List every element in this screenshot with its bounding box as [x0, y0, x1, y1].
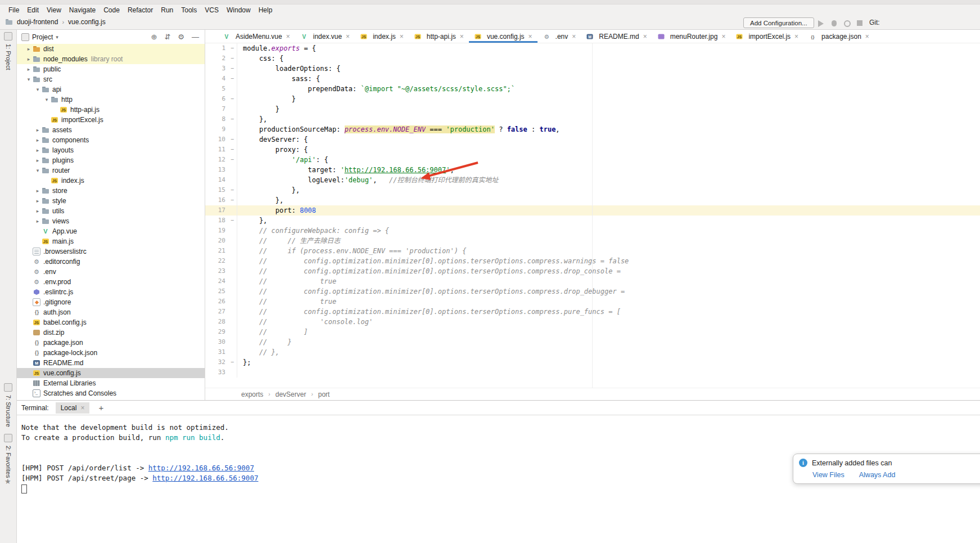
breadcrumb-project[interactable]: duoji-frontend — [17, 18, 58, 26]
fold-marker[interactable]: − — [228, 145, 237, 155]
menu-item-code[interactable]: Code — [100, 5, 124, 15]
collapse-icon[interactable]: ⇵ — [164, 33, 170, 41]
code-line[interactable]: 15− }, — [205, 185, 980, 195]
tree-item[interactable]: main.js — [17, 236, 205, 246]
editor-tab[interactable]: menuRouter.jpg× — [652, 30, 731, 43]
hide-icon[interactable]: — — [192, 33, 199, 41]
dropdown-caret-icon[interactable] — [56, 34, 58, 40]
terminal-tab-close-icon[interactable]: × — [80, 404, 84, 412]
code-line[interactable]: 28 // 'console.log' — [205, 317, 980, 327]
editor-tab[interactable]: index.vue× — [295, 30, 355, 43]
editor-tab[interactable]: importExcel.js× — [730, 30, 803, 43]
tree-item[interactable]: package.json — [17, 338, 205, 348]
tree-item[interactable]: package-lock.json — [17, 348, 205, 358]
code-line[interactable]: 11− proxy: { — [205, 145, 980, 155]
tab-close-icon[interactable]: × — [572, 33, 576, 41]
tree-item[interactable]: .env.prod — [17, 277, 205, 287]
code-line[interactable]: 2− css: { — [205, 53, 980, 64]
code-line[interactable]: 24 // true — [205, 276, 980, 286]
tab-close-icon[interactable]: × — [286, 33, 290, 41]
tree-item[interactable]: External Libraries — [17, 378, 205, 388]
chevron-collapsed-icon[interactable]: ▸ — [34, 137, 42, 143]
code-line[interactable]: 26 // true — [205, 297, 980, 307]
chevron-collapsed-icon[interactable]: ▸ — [34, 158, 42, 163]
tree-item[interactable]: README.md — [17, 358, 205, 368]
fold-marker[interactable]: − — [228, 53, 237, 64]
tab-close-icon[interactable]: × — [529, 33, 532, 41]
tree-item[interactable]: dist.zip — [17, 327, 205, 338]
tree-item[interactable]: ▸style — [17, 196, 205, 206]
fold-marker[interactable]: − — [228, 114, 237, 124]
tree-item[interactable]: ▸assets — [17, 125, 205, 135]
code-line[interactable]: 25 // config.optimization.minimizer[0].o… — [205, 286, 980, 297]
code-line[interactable]: 32−}; — [205, 357, 980, 367]
debug-icon[interactable] — [832, 20, 837, 26]
toolwindow-button-project[interactable]: 1: Project — [0, 32, 16, 70]
code-line[interactable]: 21 // if (process.env.NODE_ENV === 'prod… — [205, 246, 980, 256]
tree-item[interactable]: ▸views — [17, 216, 205, 226]
tree-item[interactable]: ▾api — [17, 84, 205, 95]
tab-close-icon[interactable]: × — [721, 33, 725, 41]
chevron-collapsed-icon[interactable]: ▸ — [34, 127, 42, 133]
terminal-tab-local[interactable]: Local × — [56, 402, 90, 414]
editor-breadcrumb-item[interactable]: devServer — [276, 391, 306, 398]
fold-marker[interactable]: − — [228, 155, 237, 165]
locate-icon[interactable]: ⊕ — [151, 33, 157, 41]
terminal-link[interactable]: http://192.168.66.56:9007 — [152, 474, 258, 482]
code-line[interactable]: 30 // } — [205, 337, 980, 347]
tree-item[interactable]: importExcel.js — [17, 115, 205, 125]
tree-item[interactable]: babel.config.js — [17, 317, 205, 327]
code-line[interactable]: 1−module.exports = { — [205, 43, 980, 53]
tree-item[interactable]: .editorconfig — [17, 257, 205, 267]
fold-marker[interactable]: − — [228, 216, 237, 226]
tree-item[interactable]: ▸utils — [17, 206, 205, 216]
run-icon[interactable] — [818, 20, 824, 27]
code-line[interactable]: 27 // config.optimization.minimizer[0].o… — [205, 307, 980, 317]
tree-item[interactable]: ▸layouts — [17, 145, 205, 155]
menu-item-window[interactable]: Window — [223, 5, 255, 15]
settings-icon[interactable]: ⚙ — [178, 33, 184, 41]
menu-item-vcs[interactable]: VCS — [201, 5, 223, 15]
tree-item[interactable]: ▸node_moduleslibrary root — [17, 54, 205, 64]
tree-item[interactable]: http-api.js — [17, 105, 205, 115]
code-line[interactable]: 33 — [205, 367, 980, 378]
tree-item[interactable]: ▾http — [17, 95, 205, 105]
editor-tab[interactable]: index.js× — [355, 30, 409, 43]
always-add-link[interactable]: Always Add — [859, 471, 896, 479]
chevron-collapsed-icon[interactable]: ▸ — [34, 208, 42, 214]
tab-close-icon[interactable]: × — [865, 33, 869, 41]
tree-item[interactable]: ▸plugins — [17, 155, 205, 165]
menu-item-refactor[interactable]: Refactor — [124, 5, 157, 15]
chevron-expanded-icon[interactable]: ▾ — [43, 97, 51, 102]
menu-item-edit[interactable]: Edit — [23, 5, 43, 15]
code-line[interactable]: 8− }, — [205, 114, 980, 124]
chevron-collapsed-icon[interactable]: ▸ — [25, 46, 33, 52]
tree-item[interactable]: ▾src — [17, 74, 205, 84]
editor-tab[interactable]: README.md× — [581, 30, 652, 43]
fold-marker[interactable]: − — [228, 94, 237, 104]
editor-tab[interactable]: vue.config.js× — [469, 30, 538, 43]
chevron-collapsed-icon[interactable]: ▸ — [34, 147, 42, 153]
tree-item[interactable]: ▾router — [17, 165, 205, 176]
menu-item-help[interactable]: Help — [255, 5, 277, 15]
code-line[interactable]: 19 // configureWebpack: config => { — [205, 226, 980, 236]
breadcrumb-file[interactable]: vue.config.js — [68, 18, 106, 26]
tree-item[interactable]: vue.config.js — [17, 368, 205, 378]
code-line[interactable]: 29 // ] — [205, 327, 980, 337]
chevron-collapsed-icon[interactable]: ▸ — [34, 188, 42, 194]
code-editor[interactable]: 1−module.exports = {2− css: {3− loaderOp… — [205, 43, 980, 388]
fold-marker[interactable]: − — [228, 134, 237, 145]
editor-tab[interactable]: http-api.js× — [409, 30, 469, 43]
code-line[interactable]: 4− sass: { — [205, 74, 980, 84]
code-line[interactable]: 31 // }, — [205, 347, 980, 357]
stop-icon[interactable] — [857, 20, 862, 26]
code-line[interactable]: 17 port: 8008 — [205, 205, 980, 216]
fold-marker[interactable]: − — [228, 74, 237, 84]
menu-item-file[interactable]: File — [4, 5, 23, 15]
tree-item[interactable]: App.vue — [17, 226, 205, 236]
tree-item[interactable]: index.js — [17, 176, 205, 186]
toolwindow-button-structure[interactable]: 7: Structure — [0, 383, 16, 427]
tab-close-icon[interactable]: × — [794, 33, 798, 41]
tree-item[interactable]: .eslintrc.js — [17, 287, 205, 297]
editor-tab[interactable]: package.json× — [803, 30, 874, 43]
